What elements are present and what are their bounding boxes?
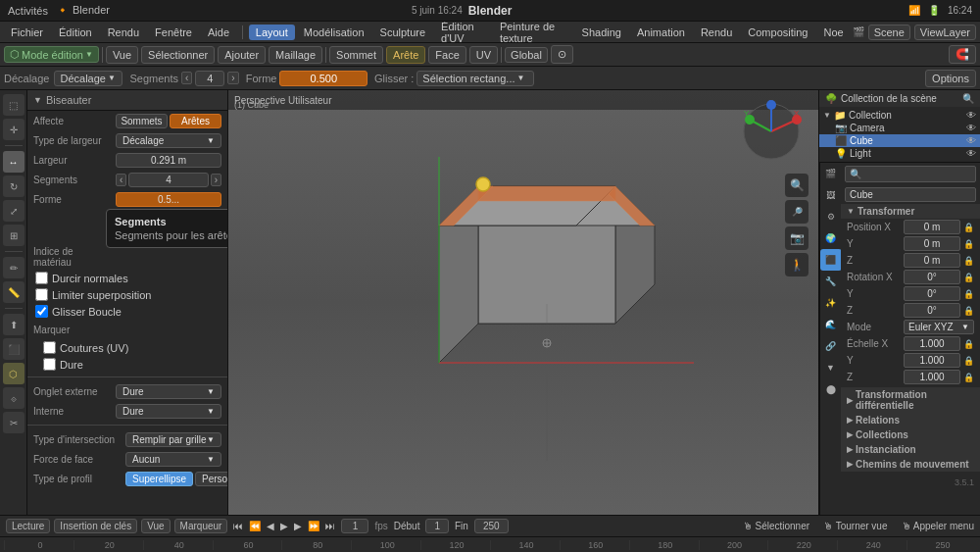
bevel-tool[interactable]: ⬡ (3, 363, 24, 384)
props-constraint-icon[interactable]: 🔗 (820, 335, 842, 357)
clamp-check[interactable] (35, 288, 48, 301)
props-scene2-icon[interactable]: ⚙ (820, 206, 842, 227)
props-object-icon[interactable]: ⬛ (820, 249, 842, 271)
tree-item-cube[interactable]: ⬛ Cube 👁 (819, 134, 980, 147)
offset-dropdown[interactable]: Décalage ▼ (54, 71, 122, 86)
jump-start-btn[interactable]: ⏮ (233, 521, 243, 531)
renderlayer-label[interactable]: ViewLayer (914, 25, 976, 40)
cube-eye[interactable]: 👁 (966, 135, 976, 146)
transformer-title[interactable]: ▼ Transformer (841, 204, 980, 219)
tab-sculpture[interactable]: Sculpture (373, 25, 432, 40)
mode-dropdown[interactable]: ⬡ Mode édition ▼ (4, 46, 99, 63)
inner-dropdown[interactable]: Dure ▼ (116, 404, 221, 419)
seg-value[interactable]: 4 (128, 173, 208, 187)
slide-dropdown[interactable]: Sélection rectang... ▼ (416, 71, 534, 86)
uv-btn[interactable]: UV (469, 46, 498, 64)
diff-transform-section[interactable]: ▶ Transformation différentielle (841, 387, 980, 413)
prev-keyframe-btn[interactable]: ◀ (267, 521, 274, 531)
collection-eye[interactable]: 👁 (966, 110, 976, 121)
props-physics-icon[interactable]: 🌊 (820, 314, 842, 335)
facestrength-dropdown[interactable]: Aucun ▼ (125, 452, 221, 467)
seg-down-btn[interactable]: ‹ (116, 174, 126, 186)
marker-dropdown[interactable]: Marqueur (174, 519, 228, 533)
props-world-icon[interactable]: 🌍 (820, 227, 842, 249)
outliner-filter-icon[interactable]: 🔍 (962, 93, 974, 104)
tab-modelisation[interactable]: Modélisation (297, 25, 371, 40)
tab-noe[interactable]: Noe (816, 25, 850, 40)
segments-down[interactable]: ‹ (181, 72, 192, 84)
sharp-check[interactable] (43, 358, 56, 371)
tab-paint[interactable]: Peinture de texture (493, 19, 573, 46)
activities-label[interactable]: Activités (8, 5, 48, 17)
end-frame[interactable]: 250 (474, 519, 509, 533)
scale-z-val[interactable]: 1.000 (904, 370, 960, 384)
prev-frame-btn[interactable]: ⏪ (249, 521, 261, 531)
knife-tool[interactable]: ✂ (3, 412, 24, 433)
snap-btn[interactable]: 🧲 (949, 45, 976, 64)
jump-end-btn[interactable]: ⏭ (325, 521, 335, 531)
scale-y-val[interactable]: 1.000 (904, 353, 960, 368)
next-keyframe-btn[interactable]: ▶ (294, 521, 302, 531)
add-btn[interactable]: Ajouter (218, 46, 266, 64)
camera-eye[interactable]: 👁 (966, 123, 976, 133)
width-value[interactable]: 0.291 m (116, 153, 221, 168)
transform-tool[interactable]: ⊞ (3, 225, 24, 246)
camera-view-btn[interactable]: 📷 (785, 226, 808, 250)
rot-x-val[interactable]: 0° (904, 270, 960, 284)
scale-z-icon[interactable]: 🔒 (963, 373, 974, 382)
tree-item-camera[interactable]: 📷 Camera 👁 (819, 122, 980, 134)
segments-value[interactable]: 4 (195, 71, 224, 86)
props-scene-icon[interactable]: 🎬 (820, 163, 842, 184)
bevel-collapse-icon[interactable]: ▼ (33, 95, 42, 105)
menu-fenetre[interactable]: Fenêtre (148, 25, 199, 40)
current-frame[interactable]: 1 (341, 519, 368, 533)
pos-z-icon[interactable]: 🔒 (963, 256, 974, 266)
start-frame[interactable]: 1 (425, 519, 449, 533)
superellipse-btn[interactable]: Superellipse (125, 472, 193, 486)
type-dropdown[interactable]: Décalage ▼ (116, 133, 221, 148)
instancing-section[interactable]: ▶ Instanciation (841, 442, 980, 457)
zoom-in-btn[interactable]: 🔍 (785, 174, 808, 197)
options-btn[interactable]: Options (925, 70, 976, 87)
move-tool[interactable]: ↔ (3, 151, 24, 173)
props-material-icon[interactable]: ⬤ (820, 378, 842, 400)
play-mode-dropdown[interactable]: Lecture (6, 519, 50, 533)
harden-check[interactable] (35, 272, 48, 284)
rot-z-val[interactable]: 0° (904, 303, 960, 318)
pos-y-icon[interactable]: 🔒 (963, 239, 974, 249)
seams-check[interactable] (43, 341, 56, 354)
tree-item-light[interactable]: 💡 Light 👁 (819, 147, 980, 160)
measure-tool[interactable]: 📏 (3, 281, 24, 303)
outer-dropdown[interactable]: Dure ▼ (116, 384, 221, 399)
select-box-tool[interactable]: ⬚ (3, 94, 24, 116)
tab-compositing[interactable]: Compositing (741, 25, 814, 40)
rot-y-icon[interactable]: 🔒 (963, 289, 974, 299)
extrude-tool[interactable]: ⬆ (3, 314, 24, 335)
transform-dropdown[interactable]: Global (505, 47, 548, 63)
segments-up[interactable]: › (227, 72, 238, 84)
face-btn[interactable]: Face (428, 46, 466, 64)
scale-tool[interactable]: ⤢ (3, 200, 24, 222)
mesh-btn[interactable]: Maillage (269, 46, 322, 64)
rot-mode-dropdown[interactable]: Euler XYZ ▼ (904, 320, 974, 334)
props-modifier-icon[interactable]: 🔧 (820, 271, 842, 292)
cursor-tool[interactable]: ✛ (3, 119, 24, 140)
next-frame-btn[interactable]: ⏩ (308, 521, 319, 531)
keyinsert-dropdown[interactable]: Insertion de clés (54, 519, 137, 533)
props-data-icon[interactable]: ▼ (820, 357, 842, 378)
menu-edition[interactable]: Édition (52, 25, 99, 40)
proportional-btn[interactable]: ⊙ (551, 45, 573, 64)
scene-label[interactable]: Scene (868, 25, 910, 40)
rot-x-icon[interactable]: 🔒 (963, 273, 974, 282)
collection-expand[interactable]: ▼ (823, 111, 831, 120)
pos-y-val[interactable]: 0 m (904, 236, 960, 251)
menu-aide[interactable]: Aide (201, 25, 236, 40)
tree-item-collection[interactable]: ▼ 📁 Collection 👁 (819, 109, 980, 122)
tab-shading[interactable]: Shading (575, 25, 628, 40)
rot-y-val[interactable]: 0° (904, 286, 960, 301)
zoom-out-btn[interactable]: 🔎 (785, 200, 808, 224)
rotate-tool[interactable]: ↻ (3, 176, 24, 197)
view-btn[interactable]: Vue (106, 46, 138, 64)
scale-y-icon[interactable]: 🔒 (963, 356, 974, 366)
menu-rendu[interactable]: Rendu (101, 25, 146, 40)
